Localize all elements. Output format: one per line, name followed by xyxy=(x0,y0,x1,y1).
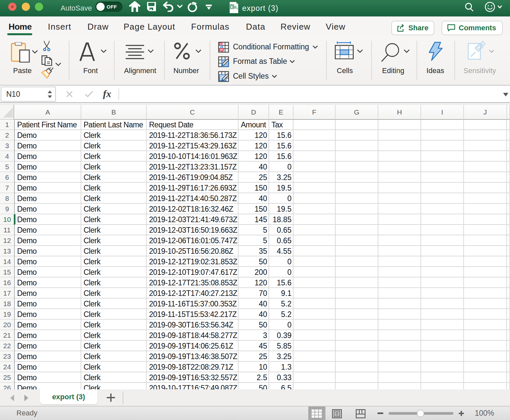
svg-text:a,: a, xyxy=(234,4,238,10)
svg-text:x: x xyxy=(231,4,233,9)
